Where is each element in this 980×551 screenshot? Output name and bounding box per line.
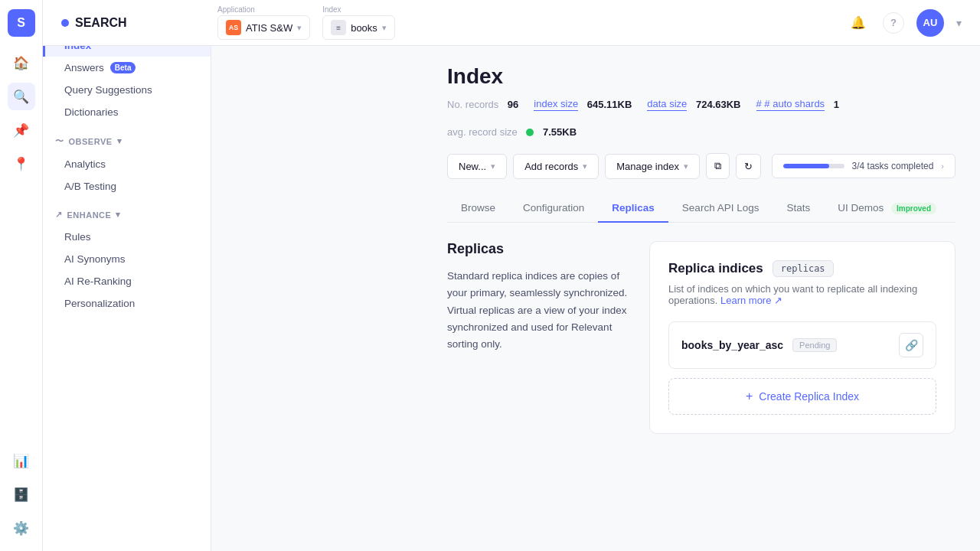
app-name: ATIS S&W (246, 22, 292, 34)
replica-status: Pending (792, 338, 837, 352)
pin-icon[interactable]: 📌 (8, 116, 35, 144)
refresh-button[interactable]: ↻ (736, 154, 761, 179)
replica-link-button[interactable]: 🔗 (899, 333, 923, 357)
tab-replicas[interactable]: Replicas (598, 194, 668, 223)
chart-icon[interactable]: 📊 (8, 447, 35, 474)
enhance-header[interactable]: ↗ ENHANCE ▾ (43, 204, 211, 226)
enhance-section: ↗ ENHANCE ▾ Rules AI Synonyms AI Re-Rank… (43, 204, 211, 315)
progress-text: 3/4 tasks completed (852, 161, 934, 171)
chevron-down-icon: ▾ (583, 161, 587, 171)
sidebar-item-rules[interactable]: Rules (43, 226, 211, 248)
progress-bar-fill (783, 164, 829, 168)
tab-search-api-logs[interactable]: Search API Logs (668, 194, 773, 223)
progress-bar-track (783, 164, 844, 168)
tasks-progress[interactable]: 3/4 tasks completed › (772, 154, 956, 178)
manage-index-button[interactable]: Manage index ▾ (605, 154, 700, 179)
application-label: Application (217, 5, 310, 14)
chevron-down-icon[interactable]: ▾ (956, 17, 962, 29)
index-selector[interactable]: ≡ books ▾ (322, 15, 395, 40)
app-icon: AS (226, 20, 241, 35)
user-avatar[interactable]: AU (916, 9, 944, 37)
app-logo[interactable]: S (8, 9, 35, 37)
search-icon[interactable]: 🔍 (8, 83, 35, 110)
chevron-right-icon: › (941, 161, 944, 171)
chevron-down-icon: ▾ (297, 23, 302, 33)
status-green-dot (526, 129, 534, 136)
replicas-text: Standard replica indices are copies of y… (447, 268, 631, 353)
icon-bar: S 🏠 🔍 📌 📍 📊 🗄️ ⚙️ (0, 0, 43, 551)
replicas-panel: Replica indices replicas List of indices… (649, 241, 956, 434)
replicas-section-title: Replicas (447, 241, 631, 257)
replica-item-left: books_by_year_asc Pending (681, 338, 837, 352)
brand-dot (61, 19, 69, 27)
wave-icon: 〜 (55, 135, 64, 147)
tab-ui-demos[interactable]: UI Demos Improved (824, 194, 950, 223)
tab-browse[interactable]: Browse (447, 194, 509, 223)
sidebar-item-ai-synonyms[interactable]: AI Synonyms (43, 248, 211, 270)
page-title: Index (447, 64, 956, 89)
sidebar-item-analytics[interactable]: Analytics (43, 153, 211, 175)
observe-section: 〜 OBSERVE ▾ Analytics A/B Testing (43, 129, 211, 197)
panel-title: Replica indices (668, 261, 763, 276)
application-selector[interactable]: AS ATIS S&W ▾ (217, 15, 310, 40)
replica-item: books_by_year_asc Pending 🔗 (668, 321, 936, 369)
brand: SEARCH (61, 16, 199, 30)
sidebar-item-query-suggestions[interactable]: Query Suggestions (43, 79, 211, 101)
icon-bar-bottom: 📊 🗄️ ⚙️ (8, 447, 35, 542)
sidebar: ⚙ CONFIGURE ▾ Index Answers Beta Query S… (43, 0, 211, 551)
topbar: SEARCH Application AS ATIS S&W ▾ Index ≡… (43, 0, 980, 46)
chevron-down-icon: ▾ (684, 161, 688, 171)
tab-stats[interactable]: Stats (773, 194, 824, 223)
new-button[interactable]: New... ▾ (447, 154, 507, 179)
meta-avg-record-size: avg. record size 7.55KB (447, 126, 577, 138)
database-icon[interactable]: 🗄️ (8, 481, 35, 508)
help-button[interactable]: ? (883, 12, 904, 34)
notification-button[interactable]: 🔔 (846, 11, 871, 35)
sidebar-item-personalization[interactable]: Personalization (43, 292, 211, 315)
index-name: books (351, 22, 377, 34)
sidebar-item-answers[interactable]: Answers Beta (43, 57, 211, 79)
meta-auto-shards: # # auto shards 1 (756, 98, 839, 111)
ui-demos-badge: Improved (891, 203, 936, 214)
learn-more-link[interactable]: Learn more ↗ (720, 295, 782, 306)
topbar-selectors: Application AS ATIS S&W ▾ Index ≡ books … (217, 5, 828, 40)
topbar-right: 🔔 ? AU ▾ (846, 9, 962, 37)
content-grid: Replicas Standard replica indices are co… (447, 241, 956, 434)
chevron-down-icon: ▾ (116, 210, 121, 220)
panel-header: Replica indices replicas (668, 260, 936, 277)
create-replica-button[interactable]: + Create Replica Index (668, 378, 936, 415)
replica-name: books_by_year_asc (681, 339, 783, 351)
enhance-icon: ↗ (55, 210, 63, 220)
brand-name: SEARCH (75, 16, 127, 30)
main-content: Index No. records 96 index size 645.11KB… (423, 46, 980, 551)
application-selector-group: Application AS ATIS S&W ▾ (217, 5, 310, 40)
index-label: Index (322, 5, 395, 14)
action-bar: New... ▾ Add records ▾ Manage index ▾ ⧉ … (447, 153, 956, 179)
observe-header[interactable]: 〜 OBSERVE ▾ (43, 129, 211, 153)
add-records-button[interactable]: Add records ▾ (513, 154, 599, 179)
index-icon: ≡ (331, 20, 346, 35)
meta-data-size: data size 724.63KB (647, 98, 740, 111)
meta-no-records: No. records 96 (447, 99, 518, 110)
meta-index-size: index size 645.11KB (534, 98, 632, 111)
chevron-down-icon: ▾ (382, 23, 387, 33)
chevron-down-icon: ▾ (117, 136, 122, 146)
chevron-down-icon: ▾ (491, 161, 495, 171)
home-icon[interactable]: 🏠 (8, 49, 35, 77)
sidebar-item-dictionaries[interactable]: Dictionaries (43, 101, 211, 123)
tab-configuration[interactable]: Configuration (509, 194, 598, 223)
sidebar-item-ai-reranking[interactable]: AI Re-Ranking (43, 270, 211, 292)
plus-icon: + (746, 390, 753, 403)
sidebar-item-ab-testing[interactable]: A/B Testing (43, 175, 211, 197)
tabs: Browse Configuration Replicas Search API… (447, 194, 956, 223)
panel-description: List of indices on which you want to rep… (668, 283, 936, 306)
index-selector-group: Index ≡ books ▾ (322, 5, 395, 40)
replicas-description: Replicas Standard replica indices are co… (447, 241, 631, 434)
index-meta: No. records 96 index size 645.11KB data … (447, 98, 956, 138)
copy-button[interactable]: ⧉ (706, 153, 730, 179)
answers-badge: Beta (110, 62, 136, 73)
location-icon[interactable]: 📍 (8, 150, 35, 178)
panel-badge: replicas (773, 260, 834, 277)
settings-icon[interactable]: ⚙️ (8, 514, 35, 542)
